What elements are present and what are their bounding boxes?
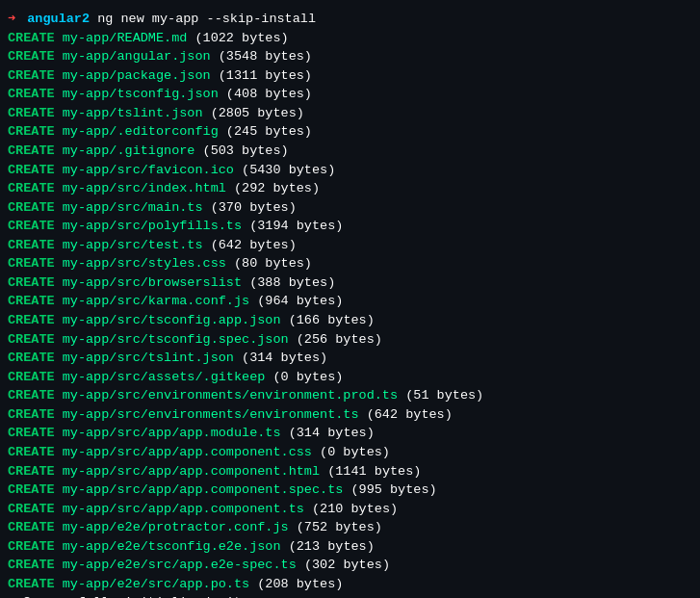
create-keyword: CREATE — [8, 311, 63, 330]
file-path: my-app/tsconfig.json — [63, 85, 226, 104]
create-keyword: CREATE — [8, 254, 63, 273]
prompt-arrow-icon: ➜ — [8, 10, 23, 29]
file-size: (256 bytes) — [297, 330, 382, 350]
create-keyword: CREATE — [8, 29, 63, 48]
file-size: (408 bytes) — [226, 85, 312, 104]
create-keyword: CREATE — [8, 405, 63, 425]
create-keyword: CREATE — [8, 349, 63, 368]
file-path: my-app/src/browserslist — [63, 273, 249, 293]
file-path: my-app/src/favicon.ico — [63, 161, 242, 180]
file-size: (208 bytes) — [257, 575, 343, 594]
file-size: (964 bytes) — [257, 292, 343, 311]
create-keyword: CREATE — [8, 273, 63, 293]
file-path: my-app/src/environments/environment.ts — [63, 405, 367, 425]
create-keyword: CREATE — [8, 292, 63, 311]
file-path: my-app/src/tsconfig.spec.json — [63, 330, 297, 350]
create-keyword: CREATE — [8, 500, 63, 519]
file-path: my-app/src/app/app.component.spec.ts — [63, 481, 351, 500]
create-keyword: CREATE — [8, 575, 63, 594]
create-keyword: CREATE — [8, 537, 63, 557]
file-size: (213 bytes) — [289, 537, 375, 557]
file-size: (210 bytes) — [312, 500, 398, 519]
create-keyword: CREATE — [8, 368, 63, 387]
create-keyword: CREATE — [8, 66, 63, 86]
file-size: (1022 bytes) — [194, 29, 288, 48]
file-size: (292 bytes) — [234, 179, 320, 198]
file-path: my-app/e2e/protractor.conf.js — [63, 518, 297, 537]
file-path: my-app/tslint.json — [63, 104, 211, 123]
file-size: (752 bytes) — [297, 518, 382, 537]
create-keyword: CREATE — [8, 330, 63, 350]
file-size: (314 bytes) — [242, 349, 327, 368]
prompt-command: ng new my-app --skip-install — [90, 10, 316, 29]
output-line: CREATE my-app/e2e/tsconfig.e2e.json (213… — [8, 537, 692, 557]
file-size: (0 bytes) — [272, 368, 343, 387]
output-line: CREATE my-app/src/tsconfig.spec.json (25… — [8, 330, 692, 350]
file-size: (5430 bytes) — [242, 161, 335, 180]
create-keyword: CREATE — [8, 142, 63, 161]
output-line: CREATE my-app/package.json (1311 bytes) — [8, 66, 692, 86]
output-line: CREATE my-app/e2e/src/app.e2e-spec.ts (3… — [8, 556, 692, 575]
file-path: my-app/src/main.ts — [63, 198, 211, 218]
file-path: my-app/src/tsconfig.app.json — [63, 311, 289, 330]
output-line: CREATE my-app/src/app/app.component.spec… — [8, 481, 692, 500]
output-line: CREATE my-app/.gitignore (503 bytes) — [8, 142, 692, 161]
create-keyword: CREATE — [8, 179, 63, 198]
output-line: CREATE my-app/src/app/app.component.ts (… — [8, 500, 692, 519]
output-line: CREATE my-app/src/tsconfig.app.json (166… — [8, 311, 692, 330]
file-path: my-app/src/polyfills.ts — [63, 217, 249, 236]
file-size: (503 bytes) — [203, 142, 289, 161]
output-line: CREATE my-app/src/app/app.component.html… — [8, 462, 692, 481]
file-size: (0 bytes) — [320, 443, 390, 462]
file-size: (1311 bytes) — [219, 66, 312, 86]
output-line: CREATE my-app/src/polyfills.ts (3194 byt… — [8, 217, 692, 236]
file-path: my-app/.editorconfig — [63, 122, 226, 142]
output-line: CREATE my-app/src/karma.conf.js (964 byt… — [8, 292, 692, 311]
create-keyword: CREATE — [8, 443, 63, 462]
output-line: CREATE my-app/angular.json (3548 bytes) — [8, 47, 692, 66]
file-size: (388 bytes) — [249, 273, 335, 293]
create-keyword: CREATE — [8, 462, 63, 481]
output-line: CREATE my-app/src/main.ts (370 bytes) — [8, 198, 692, 218]
output-line: CREATE my-app/src/index.html (292 bytes) — [8, 179, 692, 198]
file-path: my-app/src/environments/environment.prod… — [63, 386, 405, 405]
file-path: my-app/src/app/app.module.ts — [63, 424, 289, 443]
file-path: my-app/README.md — [63, 29, 195, 48]
output-lines: CREATE my-app/README.md (1022 bytes)CREA… — [8, 29, 692, 594]
file-path: my-app/.gitignore — [63, 142, 203, 161]
output-line: CREATE my-app/tslint.json (2805 bytes) — [8, 104, 692, 123]
create-keyword: CREATE — [8, 198, 63, 218]
file-path: my-app/src/styles.css — [63, 254, 234, 273]
file-size: (2805 bytes) — [211, 104, 304, 123]
file-size: (166 bytes) — [289, 311, 375, 330]
file-path: my-app/src/app/app.component.ts — [63, 500, 312, 519]
file-path: my-app/src/tslint.json — [63, 349, 242, 368]
output-line: CREATE my-app/src/assets/.gitkeep (0 byt… — [8, 368, 692, 387]
file-path: my-app/src/app/app.component.html — [63, 462, 327, 481]
success-message: Successfully initialized git. — [23, 593, 249, 598]
terminal-window: ➜ angular2 ng new my-app --skip-install … — [0, 0, 700, 598]
create-keyword: CREATE — [8, 556, 63, 575]
file-size: (3194 bytes) — [249, 217, 343, 236]
output-line: CREATE my-app/.editorconfig (245 bytes) — [8, 122, 692, 142]
file-path: my-app/e2e/tsconfig.e2e.json — [63, 537, 289, 557]
output-line: CREATE my-app/src/app/app.component.css … — [8, 443, 692, 462]
create-keyword: CREATE — [8, 85, 63, 104]
file-size: (370 bytes) — [211, 198, 297, 218]
output-line: CREATE my-app/src/environments/environme… — [8, 386, 692, 405]
create-keyword: CREATE — [8, 518, 63, 537]
create-keyword: CREATE — [8, 104, 63, 123]
file-size: (642 bytes) — [211, 236, 297, 255]
file-path: my-app/e2e/src/app.e2e-spec.ts — [63, 556, 304, 575]
file-path: my-app/angular.json — [63, 47, 219, 66]
output-line: CREATE my-app/README.md (1022 bytes) — [8, 29, 692, 48]
create-keyword: CREATE — [8, 236, 63, 255]
prompt-directory: angular2 — [27, 10, 90, 29]
create-keyword: CREATE — [8, 386, 63, 405]
file-size: (80 bytes) — [234, 254, 312, 273]
file-size: (1141 bytes) — [327, 462, 421, 481]
file-path: my-app/src/assets/.gitkeep — [63, 368, 273, 387]
create-keyword: CREATE — [8, 481, 63, 500]
file-size: (245 bytes) — [226, 122, 312, 142]
success-line: Successfully initialized git. — [8, 593, 692, 598]
